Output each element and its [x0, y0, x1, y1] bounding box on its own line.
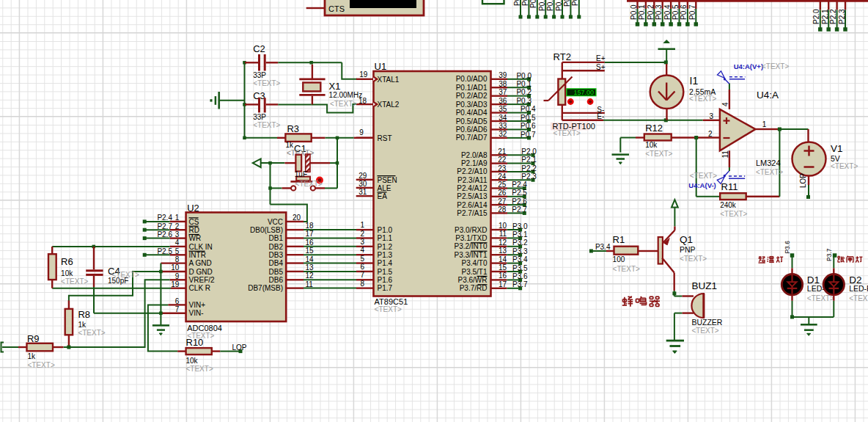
svg-text:P3.3: P3.3: [512, 247, 528, 255]
svg-text:WR: WR: [189, 234, 202, 242]
svg-text:P0.2: P0.2: [647, 4, 655, 20]
svg-text:R8: R8: [78, 309, 90, 320]
svg-text:P0.3: P0.3: [655, 4, 663, 20]
svg-text:P2.6: P2.6: [157, 230, 172, 239]
svg-text:VIN+: VIN+: [189, 301, 206, 309]
svg-text:BUZ1: BUZ1: [691, 280, 717, 291]
svg-text:3: 3: [710, 112, 714, 120]
svg-text:Q1: Q1: [680, 234, 693, 245]
svg-text:10: 10: [171, 263, 180, 272]
svg-text:14: 14: [306, 255, 315, 263]
svg-text:P2.3/A11: P2.3/A11: [457, 176, 488, 184]
svg-text:<TEXT>: <TEXT>: [720, 210, 747, 218]
svg-text:<TEXT>: <TEXT>: [680, 255, 707, 263]
svg-text:PSEN: PSEN: [378, 176, 397, 184]
svg-text:DB3: DB3: [269, 251, 284, 259]
svg-text:<TEXT>: <TEXT>: [831, 162, 858, 170]
svg-text:18: 18: [358, 97, 367, 105]
svg-text:P2.5/A13: P2.5/A13: [457, 192, 488, 200]
svg-text:P3.2: P3.2: [512, 239, 528, 247]
svg-text:11: 11: [721, 150, 729, 159]
svg-text:P0.2: P0.2: [516, 88, 532, 96]
svg-text:P1.2: P1.2: [378, 243, 393, 251]
svg-text:<TEXT>: <TEXT>: [330, 100, 357, 108]
svg-text:17: 17: [499, 280, 507, 288]
svg-text:EA: EA: [378, 192, 388, 200]
svg-text:8: 8: [360, 280, 364, 288]
svg-text:6: 6: [175, 297, 180, 305]
svg-text:P0.6: P0.6: [521, 122, 536, 130]
svg-text:2: 2: [360, 230, 364, 238]
svg-text:LOP: LOP: [799, 173, 807, 188]
svg-text:P0.1: P0.1: [638, 4, 646, 20]
svg-text:DB0(LSB): DB0(LSB): [250, 226, 283, 234]
svg-text:4: 4: [360, 246, 364, 254]
svg-text:<TEXT>: <TEXT>: [689, 95, 716, 103]
svg-text:P2.1: P2.1: [821, 9, 829, 24]
svg-text:5: 5: [175, 247, 180, 255]
svg-text:10: 10: [499, 222, 507, 230]
svg-text:P0.1: P0.1: [516, 80, 532, 88]
svg-text:CLK IN: CLK IN: [189, 243, 213, 251]
svg-text:P3.4: P3.4: [595, 243, 611, 251]
svg-text:P0.5: P0.5: [521, 114, 536, 122]
svg-text:P0.7: P0.7: [688, 4, 696, 20]
svg-text:<TEXT>: <TEXT>: [553, 129, 581, 137]
svg-text:18: 18: [306, 222, 315, 230]
svg-text:9: 9: [175, 272, 180, 280]
svg-text:37: 37: [499, 88, 507, 96]
svg-text:P2.2: P2.2: [829, 9, 837, 24]
svg-text:P2.3: P2.3: [838, 9, 846, 24]
svg-text:P2.2/A10: P2.2/A10: [457, 167, 488, 175]
svg-text:U4:A(V-): U4:A(V-): [688, 181, 716, 189]
svg-text:<TEXT>: <TEXT>: [28, 361, 55, 369]
svg-text:A GND: A GND: [189, 259, 212, 267]
svg-text:39: 39: [499, 71, 507, 79]
svg-text:4: 4: [175, 239, 180, 247]
svg-text:<TEXT>: <TEXT>: [613, 265, 640, 273]
svg-text:R1: R1: [613, 234, 625, 245]
svg-text:3: 3: [360, 238, 364, 246]
svg-text:P0.2/AD2: P0.2/AD2: [456, 92, 488, 100]
svg-text:ALE: ALE: [378, 184, 391, 192]
svg-text:P0.3: P0.3: [571, 0, 579, 6]
svg-text:P1.6: P1.6: [378, 276, 393, 284]
svg-text:XTAL1: XTAL1: [378, 76, 400, 84]
svg-text:P3.0/RXD: P3.0/RXD: [455, 226, 487, 234]
svg-text:INTR: INTR: [189, 251, 206, 259]
svg-text:22: 22: [498, 156, 507, 164]
svg-text:P0.0: P0.0: [630, 4, 638, 20]
svg-text:1k: 1k: [285, 141, 294, 149]
svg-text:P0.3/AD3: P0.3/AD3: [456, 101, 488, 109]
svg-text:P0.5: P0.5: [672, 4, 680, 20]
svg-text:31: 31: [358, 188, 367, 196]
svg-text:P3.6: P3.6: [784, 241, 791, 254]
svg-text:2: 2: [175, 222, 180, 230]
svg-text:U4:A(V+): U4:A(V+): [734, 62, 763, 70]
svg-text:RT2: RT2: [553, 51, 571, 62]
svg-text:1k: 1k: [78, 321, 87, 329]
svg-text:P0.6: P0.6: [555, 0, 563, 11]
svg-text:P3.7: P3.7: [825, 248, 833, 261]
svg-text:P3.4: P3.4: [512, 255, 528, 263]
svg-text:DB2: DB2: [269, 243, 284, 251]
svg-text:<TEXT>: <TEXT>: [253, 79, 280, 87]
svg-text:<TEXT>: <TEXT>: [253, 121, 280, 129]
svg-text:P2.6/A14: P2.6/A14: [457, 201, 488, 209]
svg-text:157.00: 157.00: [573, 89, 594, 96]
svg-text:RST: RST: [378, 134, 392, 142]
svg-text:P0.4/AD4: P0.4/AD4: [456, 109, 488, 117]
svg-text:35: 35: [499, 105, 507, 113]
svg-text:29: 29: [358, 172, 367, 180]
svg-text:240k: 240k: [720, 201, 737, 209]
svg-text:P0.1/AD1: P0.1/AD1: [456, 84, 488, 92]
svg-text:8: 8: [175, 255, 180, 263]
svg-text:25: 25: [498, 181, 507, 189]
svg-text:P2.0/A8: P2.0/A8: [461, 151, 488, 159]
svg-text:<TEXT>: <TEXT>: [762, 62, 789, 70]
svg-text:P2.5: P2.5: [512, 189, 527, 197]
svg-text:VREF/2: VREF/2: [189, 276, 215, 284]
svg-text:C2: C2: [253, 43, 265, 54]
svg-text:P2.4: P2.4: [157, 214, 172, 222]
svg-text:R12: R12: [645, 123, 663, 134]
